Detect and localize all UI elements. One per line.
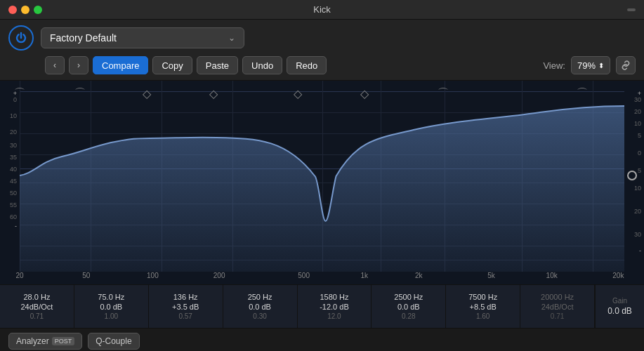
eq-display[interactable]: ⌒ ⌒ ◇ ◇ ◇ ◇ ⌒ ⌒ + 0 10 20 30 35 40 45 50 bbox=[0, 81, 644, 284]
freq-label-20k: 20k bbox=[612, 272, 624, 279]
zoom-value: 79% bbox=[577, 60, 596, 71]
freq-label-1k: 1k bbox=[360, 272, 368, 279]
db-label: - bbox=[0, 223, 20, 230]
preset-dropdown[interactable]: Factory Default ⌄ bbox=[41, 27, 244, 48]
title-bar: Kick bbox=[0, 0, 644, 20]
band-6-params[interactable]: 2500 Hz 0.0 dB 0.28 bbox=[372, 285, 446, 328]
band-3-params[interactable]: 136 Hz +3.5 dB 0.57 bbox=[149, 285, 223, 328]
db-label-r: 0 bbox=[624, 150, 644, 157]
band-1-q: 0.71 bbox=[30, 312, 44, 320]
band-7-db: +8.5 dB bbox=[470, 303, 497, 311]
freq-label-100: 100 bbox=[147, 272, 159, 279]
db-label: 20 bbox=[0, 129, 20, 135]
window-controls[interactable] bbox=[8, 6, 42, 14]
bottom-controls: Analyzer POST Q-Couple bbox=[0, 328, 644, 351]
freq-label-50: 50 bbox=[82, 272, 90, 279]
view-label: View: bbox=[543, 60, 565, 71]
band-1-params[interactable]: 28.0 Hz 24dB/Oct 0.71 bbox=[0, 285, 74, 328]
band-5-q: 12.0 bbox=[327, 312, 341, 320]
band-6-db: 0.0 dB bbox=[397, 303, 420, 311]
band-1-db: 24dB/Oct bbox=[21, 303, 53, 311]
band-6-freq: 2500 Hz bbox=[394, 293, 423, 301]
gain-handle[interactable] bbox=[627, 171, 637, 180]
band-2-db: 0.0 dB bbox=[100, 303, 122, 311]
band-2-params[interactable]: 75.0 Hz 0.0 dB 1.00 bbox=[74, 285, 149, 328]
freq-label-20: 20 bbox=[15, 272, 23, 279]
preset-name: Factory Default bbox=[50, 32, 117, 44]
maximize-button[interactable] bbox=[34, 6, 42, 14]
band-8-params[interactable]: 20000 Hz 24dB/Oct 0.71 bbox=[520, 285, 595, 328]
chevron-down-icon: ⌄ bbox=[228, 33, 235, 43]
band-7-params[interactable]: 7500 Hz +8.5 dB 1.60 bbox=[446, 285, 520, 328]
db-label: 45 bbox=[0, 178, 20, 185]
band-5-db: -12.0 dB bbox=[320, 303, 349, 311]
band-4-params[interactable]: 250 Hz 0.0 dB 0.30 bbox=[223, 285, 298, 328]
band-8-q: 0.71 bbox=[551, 312, 564, 320]
q-couple-label: Q-Couple bbox=[96, 336, 131, 346]
freq-label-2k: 2k bbox=[415, 272, 423, 279]
eq-curve bbox=[20, 81, 624, 272]
band-3-q: 0.57 bbox=[178, 312, 192, 320]
db-label-r: 30 bbox=[624, 232, 644, 238]
band-7-freq: 7500 Hz bbox=[468, 293, 497, 301]
freq-axis: 20 50 100 200 500 1k 2k 5k 10k 20k bbox=[20, 272, 624, 284]
db-label: 30 bbox=[0, 143, 20, 149]
power-button[interactable] bbox=[8, 25, 34, 51]
gain-value: 0.0 dB bbox=[607, 306, 632, 316]
edit-controls-row: ‹ › Compare Copy Paste Undo Redo View: 7… bbox=[8, 56, 636, 74]
band-2-freq: 75.0 Hz bbox=[98, 293, 124, 301]
freq-label-10k: 10k bbox=[546, 272, 558, 279]
top-controls: Factory Default ⌄ ‹ › Compare Copy Paste… bbox=[0, 20, 644, 81]
db-label-r: - bbox=[624, 248, 644, 254]
band-5-freq: 1580 Hz bbox=[320, 293, 348, 301]
freq-label-200: 200 bbox=[213, 272, 225, 279]
link-button[interactable] bbox=[616, 56, 636, 74]
db-label: 35 bbox=[0, 154, 20, 161]
band-4-freq: 250 Hz bbox=[248, 293, 272, 301]
q-couple-button[interactable]: Q-Couple bbox=[88, 333, 139, 350]
analyzer-button[interactable]: Analyzer POST bbox=[8, 333, 82, 350]
gain-label: Gain bbox=[612, 297, 627, 305]
db-label-r: 5 bbox=[624, 133, 644, 139]
band-1-freq: 28.0 Hz bbox=[23, 293, 50, 301]
db-axis-right: + 30 20 10 5 0 5 10 20 30 - bbox=[624, 81, 644, 284]
db-label-r: 20 bbox=[624, 208, 644, 215]
next-button[interactable]: › bbox=[69, 56, 88, 74]
band-5-params[interactable]: 1580 Hz -12.0 dB 12.0 bbox=[298, 285, 372, 328]
band-4-q: 0.30 bbox=[253, 312, 266, 320]
undo-button[interactable]: Undo bbox=[242, 56, 282, 74]
compare-button[interactable]: Compare bbox=[93, 56, 148, 74]
band-7-q: 1.60 bbox=[476, 312, 489, 320]
stepper-icon: ⬍ bbox=[598, 62, 604, 69]
expand-icon[interactable] bbox=[627, 8, 636, 11]
analyzer-label: Analyzer bbox=[16, 336, 49, 346]
db-label: 60 bbox=[0, 214, 20, 220]
band-8-freq: 20000 Hz bbox=[541, 293, 574, 301]
view-zoom[interactable]: 79% ⬍ bbox=[571, 56, 610, 74]
minimize-button[interactable] bbox=[21, 6, 29, 14]
band-parameters: 28.0 Hz 24dB/Oct 0.71 75.0 Hz 0.0 dB 1.0… bbox=[0, 284, 644, 328]
db-label-r: 10 bbox=[624, 121, 644, 127]
post-badge: POST bbox=[52, 337, 75, 345]
db-label: 55 bbox=[0, 202, 20, 208]
freq-label-5k: 5k bbox=[487, 272, 495, 279]
band-4-db: 0.0 dB bbox=[249, 303, 271, 311]
db-label: 10 bbox=[0, 113, 20, 119]
band-6-q: 0.28 bbox=[402, 312, 415, 320]
db-label-r: 10 bbox=[624, 185, 644, 192]
gain-params[interactable]: Gain 0.0 dB bbox=[595, 285, 644, 328]
preset-row: Factory Default ⌄ bbox=[8, 25, 636, 51]
db-label: 50 bbox=[0, 190, 20, 197]
band-8-db: 24dB/Oct bbox=[541, 303, 574, 311]
paste-button[interactable]: Paste bbox=[197, 56, 238, 74]
copy-button[interactable]: Copy bbox=[152, 56, 192, 74]
band-3-db: +3.5 dB bbox=[172, 303, 199, 311]
db-label-r: 30 bbox=[624, 97, 644, 103]
db-label: 40 bbox=[0, 166, 20, 173]
db-label: 0 bbox=[0, 97, 20, 103]
freq-label-500: 500 bbox=[298, 272, 310, 279]
band-3-freq: 136 Hz bbox=[173, 293, 198, 301]
prev-button[interactable]: ‹ bbox=[45, 56, 65, 74]
redo-button[interactable]: Redo bbox=[287, 56, 327, 74]
close-button[interactable] bbox=[8, 6, 17, 14]
